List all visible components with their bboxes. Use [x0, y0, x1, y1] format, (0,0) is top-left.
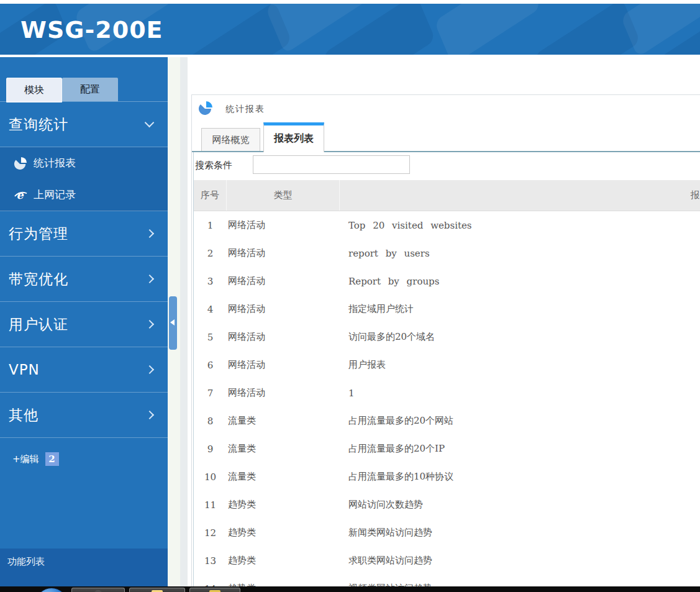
row-report-type: 网络活动 [227, 267, 340, 295]
row-report-type: 趋势类 [227, 547, 340, 575]
table-row[interactable]: 2 网络活动 report by users [194, 239, 700, 267]
triangle-left-icon [170, 319, 175, 326]
row-report-type: 网络活动 [227, 351, 340, 379]
sidebar-item-label: 用户认证 [9, 315, 68, 334]
row-report-type: 网络活动 [227, 295, 340, 323]
sidebar-tabs: 模块 配置 [0, 78, 168, 101]
taskbar-folder-button[interactable] [129, 588, 185, 592]
taskbar-app-button[interactable] [189, 588, 240, 592]
sidebar-tab-modules[interactable]: 模块 [6, 78, 62, 102]
sidebar-tab-config[interactable]: 配置 [62, 78, 118, 101]
table-row[interactable]: 6 网络活动 用户报表 [194, 351, 700, 379]
tab-label: 网络概览 [212, 134, 250, 146]
sidebar: 模块 配置 查询统计 统计报表 [0, 57, 168, 586]
chevron-right-icon [145, 320, 154, 329]
row-number: 8 [194, 407, 227, 435]
taskbar-window-button[interactable] [71, 588, 125, 592]
sidebar-item-bandwidth-opt[interactable]: 带宽优化 [0, 257, 168, 302]
row-number: 1 [194, 211, 227, 239]
svg-text:e: e [17, 188, 24, 201]
table-row[interactable]: 4 网络活动 指定域用户统计 [194, 295, 700, 323]
table-row[interactable]: 10 流量类 占用流量最多的10种协议 [194, 463, 700, 491]
report-list-content: 搜索条件 序号 类型 报表名称 1 网络活动 Top 20 visited we… [193, 152, 700, 592]
sidebar-subitem-stat-reports[interactable]: 统计报表 [0, 147, 168, 179]
row-report-type: 网络活动 [227, 323, 340, 351]
column-header-no: 序号 [194, 180, 227, 211]
tab-network-overview[interactable]: 网络概览 [201, 128, 260, 152]
table-row[interactable]: 3 网络活动 Report by groups [194, 267, 700, 295]
page-title: 统计报表 [225, 104, 265, 115]
table-row[interactable]: 8 流量类 占用流量最多的20个网站 [194, 407, 700, 435]
row-report-type: 流量类 [227, 407, 340, 435]
table-row[interactable]: 5 网络活动 访问最多的20个域名 [194, 323, 700, 351]
row-report-type: 趋势类 [227, 491, 340, 519]
chevron-down-icon [145, 117, 155, 127]
tab-label: 报表列表 [274, 132, 314, 145]
row-report-type: 流量类 [227, 463, 340, 491]
pie-chart-icon [12, 157, 29, 170]
row-report-name: Top 20 visited websites [340, 211, 700, 239]
sidebar-subitem-label: 统计报表 [34, 156, 76, 170]
row-report-name: 占用流量最多的20个网站 [340, 407, 700, 435]
sidebar-subitem-web-records[interactable]: e 上网记录 [0, 179, 168, 211]
sidebar-collapse-handle[interactable] [169, 296, 177, 350]
row-report-type: 趋势类 [227, 519, 340, 547]
chevron-right-icon [145, 365, 154, 374]
sidebar-tab-config-label: 配置 [80, 83, 100, 96]
sidebar-footer: 功能列表 [0, 549, 168, 586]
row-number: 9 [194, 435, 227, 463]
row-number: 5 [194, 323, 227, 351]
header-band: WSG-200E [0, 4, 700, 55]
sidebar-item-user-auth[interactable]: 用户认证 [0, 302, 168, 347]
product-logo: WSG-200E [20, 16, 163, 43]
sidebar-item-label: 行为管理 [9, 224, 68, 244]
row-report-name: 指定域用户统计 [340, 295, 700, 323]
wsg-200e-admin-page: WSG-200E 模块 配置 查询统计 [0, 0, 700, 592]
column-header-name: 报表名称 [340, 180, 700, 211]
row-number: 13 [194, 547, 227, 575]
chevron-right-icon [145, 275, 154, 283]
content-gutter [180, 57, 188, 586]
row-report-type: 流量类 [227, 435, 340, 463]
function-list-label: 功能列表 [7, 556, 45, 568]
sidebar-item-behavior-mgmt[interactable]: 行为管理 [0, 211, 168, 257]
sidebar-item-label: VPN [9, 362, 40, 378]
table-row[interactable]: 11 趋势类 网站访问次数趋势 [194, 491, 700, 519]
sidebar-item-label: 带宽优化 [9, 270, 68, 289]
row-report-name: 占用流量最多的20个IP [340, 435, 700, 463]
sidebar-item-other[interactable]: 其他 [0, 393, 168, 438]
row-number: 6 [194, 351, 227, 379]
table-header: 序号 类型 报表名称 [194, 180, 700, 211]
table-row[interactable]: 9 流量类 占用流量最多的20个IP [194, 435, 700, 463]
sidebar-item-label: 查询统计 [9, 115, 68, 134]
row-report-name: 访问最多的20个域名 [340, 323, 700, 351]
row-number: 4 [194, 295, 227, 323]
column-header-type: 类型 [227, 180, 340, 211]
sidebar-subitem-label: 上网记录 [34, 188, 76, 202]
report-panel: 统计报表 网络概览 报表列表 搜索条件 序号 类型 报表名称 [191, 94, 700, 592]
row-number: 3 [194, 267, 227, 295]
edit-button[interactable]: +编辑 2 [12, 452, 59, 467]
ie-browser-icon: e [12, 188, 29, 202]
tab-report-list[interactable]: 报表列表 [263, 122, 324, 152]
row-number: 2 [194, 239, 227, 267]
panel-header: 统计报表 [198, 101, 265, 118]
row-report-name: Report by groups [340, 267, 700, 295]
chevron-right-icon [145, 411, 154, 419]
edit-count-badge: 2 [45, 452, 59, 466]
search-label: 搜索条件 [195, 160, 232, 171]
sidebar-tab-modules-label: 模块 [24, 84, 44, 97]
chevron-right-icon [145, 229, 154, 238]
table-row[interactable]: 1 网络活动 Top 20 visited websites [194, 211, 700, 239]
sidebar-item-query-stats[interactable]: 查询统计 [0, 102, 168, 147]
sidebar-item-vpn[interactable]: VPN [0, 347, 168, 393]
search-input[interactable] [253, 155, 410, 174]
table-row[interactable]: 13 趋势类 求职类网站访问趋势 [194, 547, 700, 575]
table-row[interactable]: 7 网络活动 1 [194, 379, 700, 407]
row-report-type: 网络活动 [227, 211, 340, 239]
report-table: 序号 类型 报表名称 1 网络活动 Top 20 visited website… [194, 180, 700, 592]
row-report-name: 网站访问次数趋势 [340, 491, 700, 519]
table-row[interactable]: 12 趋势类 新闻类网站访问趋势 [194, 519, 700, 547]
sidebar-nav: 查询统计 统计报表 e [0, 101, 168, 438]
row-report-name: 占用流量最多的10种协议 [340, 463, 700, 491]
